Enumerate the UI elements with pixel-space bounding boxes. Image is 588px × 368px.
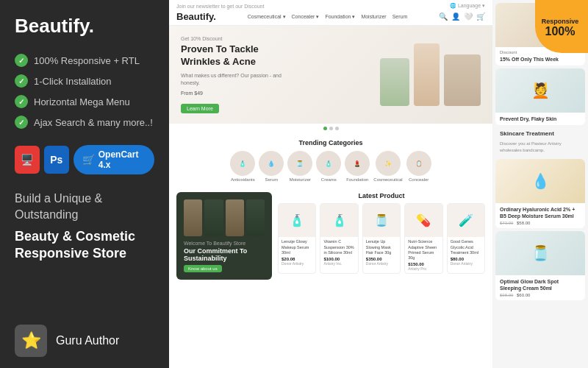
dot-3[interactable] bbox=[335, 127, 339, 130]
responsive-percent: 100% bbox=[545, 26, 576, 38]
hero-product-3 bbox=[444, 54, 481, 106]
cat-label-1: Antioxidants bbox=[231, 177, 255, 182]
feature-item-1: 100% Responsive + RTL bbox=[15, 54, 154, 67]
product-name-3: Lenutje Up Slowing Mask Hair Face 30g bbox=[366, 239, 397, 255]
cat-label-5: Foundation bbox=[346, 177, 368, 182]
badge-opencart[interactable]: 🛒 OpenCart 4.x bbox=[74, 145, 154, 174]
product-card-1[interactable]: 🧴 Lenutje Glowy Makeup Serum 30ml $20.08… bbox=[278, 203, 316, 274]
cat-img-3: 🫙 bbox=[287, 151, 312, 176]
right-card-title-3: Ordinary Hyaluronic Acid 2% + B5 Deep Mo… bbox=[500, 206, 581, 219]
nav-link-4[interactable]: Moisturizer bbox=[361, 14, 386, 20]
nav-link-2[interactable]: Concealer ▾ bbox=[292, 14, 320, 20]
dot-2[interactable] bbox=[329, 127, 333, 130]
build-text: Build a Unique & Outstanding bbox=[15, 191, 154, 224]
author-name: Guru Author bbox=[56, 334, 119, 347]
hero-subtitle: What makes us different? Our passion - a… bbox=[181, 72, 284, 87]
cat-img-1: 🧴 bbox=[230, 151, 255, 176]
right-card-title-2: Prevent Dry, Flaky Skin bbox=[500, 116, 581, 122]
cat-img-7: 🪞 bbox=[406, 151, 431, 176]
product-img-2: 🧴 bbox=[320, 204, 357, 237]
product-img-1: 🧴 bbox=[279, 204, 315, 237]
category-foundation[interactable]: 💄 Foundation bbox=[345, 151, 370, 182]
nav-link-3[interactable]: Foundation ▾ bbox=[325, 14, 355, 20]
product-card-5[interactable]: 🧪 Good Genes Glycolic Acid Treatment 30m… bbox=[447, 203, 485, 274]
product-name-2: Vitamin C Suspension 30% in Silicone 30m… bbox=[323, 239, 354, 255]
right-card-3[interactable]: 💧 Ordinary Hyaluronic Acid 2% + B5 Deep … bbox=[495, 159, 585, 228]
product-name-5: Good Genes Glycolic Acid Treatment 30ml bbox=[451, 239, 481, 255]
hero-price: From $49 bbox=[181, 91, 284, 96]
category-serum[interactable]: 💧 Serum bbox=[259, 151, 284, 182]
hero-cta-button[interactable]: Learn More bbox=[181, 104, 219, 113]
store-main: Join our newsletter to get our Discount … bbox=[169, 0, 492, 368]
hero-text: Get 10% Discount Proven To Tackle Wrinkl… bbox=[181, 36, 284, 113]
sustainability-card: Welcome To Beautify Store Our Commitment… bbox=[176, 192, 272, 280]
product-brand-3: Donor Artistry bbox=[366, 261, 397, 266]
hero-badge: Get 10% Discount bbox=[181, 36, 284, 41]
badge-ps: Ps bbox=[44, 146, 69, 174]
category-moisturizer[interactable]: 🫙 Moisturizer bbox=[287, 151, 312, 182]
store-logo: Beautify. bbox=[176, 11, 216, 22]
badges-row: 🖥️ Ps 🛒 OpenCart 4.x bbox=[15, 145, 154, 174]
heart-icon[interactable]: 🤍 bbox=[464, 13, 473, 21]
product-info-4: Nutri-Science Adaptive Sheen Primed Seru… bbox=[405, 237, 442, 273]
latest-title: Latest Product bbox=[278, 192, 485, 199]
check-icon-2 bbox=[15, 74, 28, 88]
product-brand-2: Artistry Inc. bbox=[323, 261, 354, 266]
product-card-2[interactable]: 🧴 Vitamin C Suspension 30% in Silicone 3… bbox=[320, 203, 358, 274]
sust-product-3 bbox=[226, 199, 244, 236]
sidebar: Beautify. 100% Responsive + RTL 1-Click … bbox=[0, 0, 169, 368]
right-panel: 🧴 Discount 15% Off Only This Week 💆 Prev… bbox=[492, 0, 588, 368]
right-card-img-3: 💧 bbox=[495, 159, 585, 203]
category-creams[interactable]: 🧴 Creams bbox=[316, 151, 341, 182]
latest-products: Latest Product 🧴 Lenutje Glowy Makeup Se… bbox=[278, 192, 485, 280]
cat-label-7: Concealer bbox=[409, 177, 429, 182]
product-brand-1: Donor Artistry bbox=[282, 261, 312, 266]
right-card-text-2: Prevent Dry, Flaky Skin bbox=[495, 113, 585, 125]
cart-nav-icon[interactable]: 🛒 bbox=[476, 13, 485, 21]
check-icon-4 bbox=[15, 116, 28, 129]
sustainability-button[interactable]: Know about us bbox=[184, 265, 222, 272]
check-icon-3 bbox=[15, 95, 28, 108]
price-new-3: $58.00 bbox=[517, 221, 530, 225]
product-card-4[interactable]: 💊 Nutri-Science Adaptive Sheen Primed Se… bbox=[404, 203, 442, 274]
product-card-3[interactable]: 🫙 Lenutje Up Slowing Mask Hair Face 30g … bbox=[362, 203, 401, 274]
nav-link-5[interactable]: Serum bbox=[392, 14, 408, 20]
sust-product-1 bbox=[184, 199, 202, 236]
top-bar-text: Join our newsletter to get our Discount bbox=[176, 4, 264, 9]
store-type-title: Beauty & Cosmetic Responsive Store bbox=[15, 228, 154, 263]
cat-label-4: Creams bbox=[321, 177, 337, 182]
brand-title: Beautify. bbox=[15, 15, 154, 38]
sustainability-label: Welcome To Beautify Store bbox=[184, 241, 265, 246]
sustainability-products bbox=[184, 199, 265, 236]
nav-link-1[interactable]: Cosmeceutical ▾ bbox=[248, 14, 286, 20]
dot-1[interactable] bbox=[323, 127, 327, 130]
category-cosmeceutical[interactable]: ✨ Cosmeceutical bbox=[373, 151, 402, 182]
responsive-badge: Responsive 100% bbox=[535, 0, 588, 53]
product-info-2: Vitamin C Suspension 30% in Silicone 30m… bbox=[320, 237, 357, 267]
product-info-5: Good Genes Glycolic Acid Treatment 30ml … bbox=[448, 237, 484, 267]
language-selector[interactable]: 🌐 Language ▾ bbox=[450, 3, 485, 9]
product-img-5: 🧪 bbox=[448, 204, 484, 237]
store-preview: Join our newsletter to get our Discount … bbox=[169, 0, 588, 368]
categories-section: Trending Categories 🧴 Antioxidants 💧 Ser… bbox=[169, 133, 492, 188]
sidebar-description: Build a Unique & Outstanding Beauty & Co… bbox=[15, 191, 154, 263]
right-card-price-3: $73.00 $58.00 bbox=[500, 221, 581, 225]
category-antioxidants[interactable]: 🧴 Antioxidants bbox=[230, 151, 255, 182]
search-icon[interactable]: 🔍 bbox=[439, 13, 448, 21]
right-card-4[interactable]: 🫙 Optimal Glow Dark Spot Sleeping Cream … bbox=[495, 231, 585, 300]
feature-item-3: Horizontal Mega Menu bbox=[15, 95, 154, 108]
sust-product-4 bbox=[246, 199, 265, 236]
cat-label-2: Serum bbox=[265, 177, 278, 182]
user-icon[interactable]: 👤 bbox=[451, 13, 460, 21]
hero-product-1 bbox=[380, 58, 409, 106]
right-card-title-4: Optimal Glow Dark Spot Sleeping Cream 50… bbox=[500, 278, 581, 291]
store-nav-icons: 🔍 👤 🤍 🛒 bbox=[439, 13, 485, 21]
category-concealer[interactable]: 🪞 Concealer bbox=[406, 151, 431, 182]
right-card-2[interactable]: 💆 Prevent Dry, Flaky Skin bbox=[495, 68, 585, 125]
hero-product-2 bbox=[414, 43, 440, 106]
product-info-1: Lenutje Glowy Makeup Serum 30ml $20.08 D… bbox=[279, 237, 315, 267]
cat-img-4: 🧴 bbox=[316, 151, 341, 176]
check-icon-1 bbox=[15, 54, 28, 67]
feature-item-2: 1-Click Installation bbox=[15, 74, 154, 88]
store-header: Join our newsletter to get our Discount … bbox=[169, 0, 492, 26]
